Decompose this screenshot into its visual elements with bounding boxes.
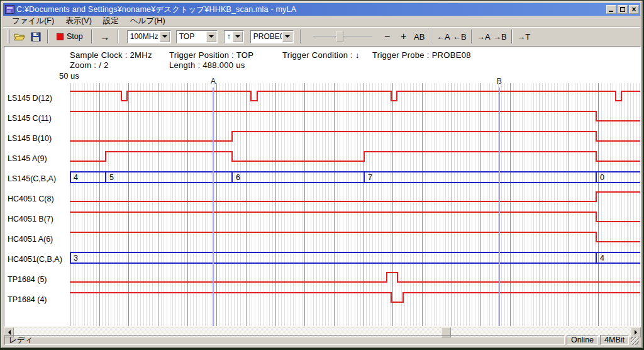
bus-value: 4 <box>600 254 604 262</box>
channel-label: LS145(C,B,A) <box>8 174 69 184</box>
zoom-slider[interactable] <box>313 30 372 43</box>
stop-label: Stop <box>67 32 83 41</box>
channel-label: LS145 C(11) <box>8 113 69 123</box>
channel-label: TP1684 (5) <box>8 274 69 285</box>
sample-clock-value: 100MHz <box>128 32 159 41</box>
zoom-info: Zoom : / 2 <box>70 60 109 70</box>
save-floppy-icon <box>31 32 41 42</box>
sample-clock-info: Sample Clock : 2MHz <box>70 50 152 60</box>
channel-label: HC4051 B(7) <box>8 214 69 224</box>
bus-value: 4 <box>74 173 78 182</box>
open-file-button[interactable] <box>11 30 28 43</box>
menu-file[interactable]: ファイル(F) <box>7 15 59 27</box>
sample-clock-combo[interactable]: 100MHz <box>127 30 171 43</box>
zoom-in-button[interactable]: + <box>396 30 411 43</box>
digital-trace <box>70 192 640 201</box>
status-ready: レディ <box>4 335 565 345</box>
trigger-condition-info: Trigger Condition : ↓ <box>282 50 360 60</box>
app-window: C:¥Documents and Settings¥noname¥デスクトップ¥… <box>1 1 643 348</box>
goto-b-back-button[interactable]: ←B <box>452 30 468 43</box>
run-button[interactable]: → <box>96 30 114 43</box>
zoom-out-button[interactable]: − <box>380 30 395 43</box>
stop-button[interactable]: Stop <box>52 30 88 43</box>
toolbar: Stop → 100MHz TOP ↑ PROBE00 − + AB ←A <box>3 27 640 45</box>
goto-a-fwd-button[interactable]: →A <box>475 30 492 43</box>
goto-a-back-button[interactable]: ←A <box>435 30 452 43</box>
waveform-client-area: Sample Clock : 2MHz Trigger Position : T… <box>4 46 641 327</box>
window-title: C:¥Documents and Settings¥noname¥デスクトップ¥… <box>16 4 606 15</box>
trigger-edge-combo[interactable]: ↑ <box>224 30 244 43</box>
maximize-icon <box>620 7 625 12</box>
minimize-button[interactable] <box>606 5 616 14</box>
waveform-traces: 4567034 <box>70 83 640 327</box>
digital-trace <box>70 152 640 161</box>
chevron-down-icon[interactable] <box>206 31 216 42</box>
resize-grip[interactable] <box>631 337 639 345</box>
chevron-down-icon[interactable] <box>233 31 243 42</box>
toolbar-separator <box>118 30 119 43</box>
digital-trace <box>70 111 640 121</box>
waveform-plot[interactable]: 4567034 <box>70 83 640 327</box>
bus-value: 6 <box>236 173 240 182</box>
toolbar-separator <box>91 30 92 43</box>
menu-settings[interactable]: 設定 <box>98 15 124 27</box>
close-icon: × <box>630 5 638 14</box>
trigger-position-combo[interactable]: TOP <box>176 30 218 43</box>
channel-label: HC4051(C,B,A) <box>8 254 69 264</box>
open-folder-icon <box>14 32 25 42</box>
toolbar-separator <box>300 30 301 43</box>
maximize-button[interactable] <box>618 5 628 14</box>
channel-label: HC4051 C(8) <box>8 194 69 204</box>
toolbar-grip <box>8 30 9 43</box>
bus-value: 7 <box>368 173 372 182</box>
toolbar-separator <box>471 30 472 43</box>
zoom-slider-thumb[interactable] <box>336 31 343 42</box>
length-info: Length : 488.000 us <box>169 60 245 70</box>
chevron-down-icon[interactable] <box>160 31 170 42</box>
status-memory-badge: 4MBit <box>600 335 629 345</box>
status-bar: レディ Online 4MBit <box>3 334 640 346</box>
bus-value: 3 <box>74 254 78 262</box>
status-online-badge: Online <box>567 335 598 345</box>
minimize-icon <box>609 11 613 12</box>
timebase-label: 50 us <box>59 71 79 81</box>
channel-label: HC4051 A(6) <box>8 234 69 244</box>
toolbar-separator <box>511 30 513 43</box>
trigger-edge-value: ↑ <box>225 32 232 41</box>
digital-trace <box>70 232 640 242</box>
goto-b-fwd-button[interactable]: →B <box>492 30 508 43</box>
chevron-down-icon[interactable] <box>282 31 292 42</box>
trigger-position-value: TOP <box>177 32 206 41</box>
save-button[interactable] <box>28 30 44 43</box>
channel-label: LS145 A(9) <box>8 154 69 164</box>
title-bar[interactable]: C:¥Documents and Settings¥noname¥デスクトップ¥… <box>3 3 640 16</box>
trigger-probe-info: Trigger Probe : PROBE08 <box>372 50 471 60</box>
ab-button[interactable]: AB <box>411 30 428 43</box>
bus-value: 0 <box>600 173 604 182</box>
trigger-position-info: Trigger Position : TOP <box>169 50 253 60</box>
close-button[interactable]: × <box>629 5 639 14</box>
menu-view[interactable]: 表示(V) <box>60 15 97 27</box>
channel-label: LS145 D(12) <box>8 93 69 103</box>
channel-label: LS145 B(10) <box>8 133 69 144</box>
menu-bar: ファイル(F) 表示(V) 設定 ヘルプ(H) <box>3 16 640 26</box>
digital-trace <box>70 132 640 141</box>
channel-label: TP1684 (4) <box>8 295 69 305</box>
digital-trace <box>70 273 640 282</box>
bus-trace: 34 <box>70 252 640 263</box>
digital-trace <box>70 293 640 302</box>
digital-trace <box>70 212 640 222</box>
stop-square-icon <box>57 33 64 40</box>
menu-help[interactable]: ヘルプ(H) <box>125 15 170 27</box>
goto-trigger-button[interactable]: →T <box>516 30 532 43</box>
trigger-probe-value: PROBE00 <box>251 32 282 41</box>
toolbar-separator <box>431 30 432 43</box>
toolbar-separator <box>47 30 48 43</box>
app-icon <box>5 5 14 14</box>
digital-trace <box>70 91 640 101</box>
bus-value: 5 <box>109 173 114 182</box>
trigger-probe-combo[interactable]: PROBE00 <box>250 30 294 43</box>
bus-trace: 45670 <box>70 172 640 183</box>
